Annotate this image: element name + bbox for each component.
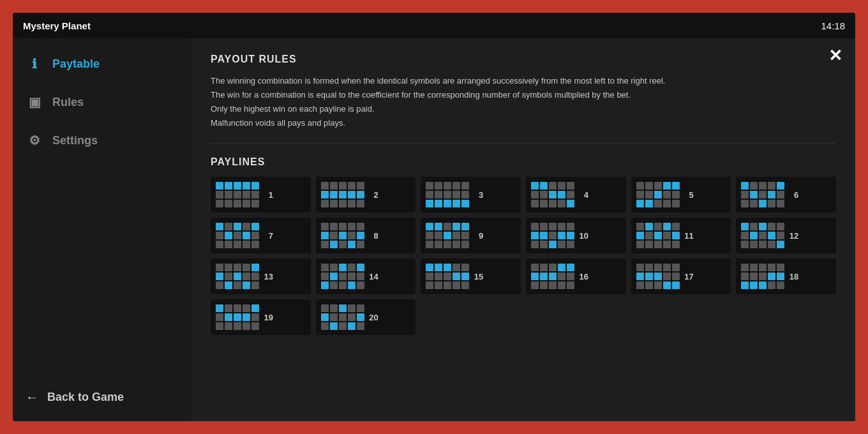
close-button[interactable]: ✕ [828, 47, 842, 64]
payline-cell [777, 182, 784, 190]
sidebar-label-paytable: Paytable [52, 57, 100, 71]
payline-cell [243, 304, 250, 312]
payline-card: 3 [421, 177, 521, 213]
payline-visual [426, 223, 469, 248]
payline-cell [645, 182, 653, 190]
payline-cell [777, 223, 784, 230]
payline-cell [234, 273, 241, 280]
payline-cell [768, 200, 775, 207]
payline-cell [321, 322, 329, 330]
payline-cell [558, 232, 565, 239]
payline-number: 20 [368, 313, 378, 322]
payline-cell [435, 200, 442, 207]
payline-cell [321, 191, 329, 198]
payline-cell [567, 182, 574, 190]
payline-cell [321, 304, 329, 312]
payline-cell [759, 273, 767, 280]
payline-cell [348, 241, 355, 248]
payline-cell [348, 313, 355, 321]
payline-cell [636, 232, 644, 239]
payline-cell [234, 241, 241, 248]
payline-cell [357, 304, 364, 312]
sidebar: ℹ Paytable ▣ Rules ⚙ Settings ← Back to … [13, 38, 191, 421]
payline-cell [531, 281, 539, 289]
back-to-game-button[interactable]: ← Back to Game [13, 380, 191, 415]
payline-card: 15 [421, 258, 521, 294]
payline-number: 7 [263, 231, 273, 241]
payline-cell [750, 232, 758, 239]
payline-visual [741, 223, 784, 248]
payline-cell [348, 273, 355, 280]
payline-cell [531, 273, 539, 280]
sidebar-item-paytable[interactable]: ℹ Paytable [13, 45, 191, 83]
payline-number: 10 [578, 231, 588, 241]
payline-cell [654, 232, 662, 239]
payline-cell [741, 273, 749, 280]
payline-cell [549, 200, 557, 207]
payline-cell [251, 241, 259, 248]
payline-cell [234, 264, 241, 271]
payline-cell [759, 200, 767, 207]
payline-card: 12 [736, 218, 836, 253]
payline-cell [759, 191, 767, 198]
payline-cell [234, 322, 241, 330]
payline-cell [225, 232, 232, 239]
payline-cell [426, 281, 433, 289]
payline-cell [567, 200, 574, 207]
payline-cell [330, 273, 338, 280]
payline-cell [759, 241, 767, 248]
payline-cell [636, 182, 644, 190]
payline-cell [225, 241, 232, 248]
payline-card: 6 [736, 177, 836, 213]
payline-card: 2 [316, 177, 416, 213]
payline-cell [750, 281, 758, 289]
payline-cell [348, 191, 355, 198]
payline-cell [558, 223, 565, 230]
payline-card: 14 [316, 258, 416, 294]
payline-card: 8 [316, 218, 416, 253]
payline-card: 7 [211, 218, 311, 253]
payline-cell [251, 191, 259, 198]
payline-cell [444, 191, 451, 198]
payline-cell [636, 241, 644, 248]
payline-cell [225, 182, 232, 190]
sidebar-item-settings[interactable]: ⚙ Settings [13, 121, 191, 160]
payline-cell [549, 223, 557, 230]
payline-number: 4 [578, 190, 588, 200]
payline-card: 13 [211, 258, 311, 294]
payline-cell [216, 313, 223, 321]
payline-cell [426, 273, 433, 280]
payline-cell [330, 232, 338, 239]
payline-cell [741, 191, 749, 198]
payout-rules-title: PAYOUT RULES [211, 54, 836, 65]
payline-cell [645, 191, 653, 198]
payline-cell [768, 264, 775, 271]
payline-cell [750, 264, 758, 271]
payline-visual [426, 264, 469, 289]
payline-cell [348, 223, 355, 230]
payline-cell [243, 232, 250, 239]
payline-cell [339, 322, 347, 330]
payline-cell [444, 232, 451, 239]
payline-cell [461, 191, 469, 198]
payline-cell [461, 273, 469, 280]
payline-cell [251, 223, 259, 230]
payline-cell [636, 273, 644, 280]
payline-number: 19 [263, 313, 273, 322]
payline-cell [348, 322, 355, 330]
payline-cell [540, 264, 548, 271]
payline-visual [216, 182, 259, 207]
sidebar-item-rules[interactable]: ▣ Rules [13, 83, 191, 121]
payline-cell [243, 281, 250, 289]
payline-cell [330, 281, 338, 289]
payline-card: 4 [526, 177, 626, 213]
payline-cell [654, 191, 662, 198]
payline-cell [330, 223, 338, 230]
main-area: ℹ Paytable ▣ Rules ⚙ Settings ← Back to … [13, 38, 855, 421]
payline-cell [330, 322, 338, 330]
payline-cell [759, 281, 767, 289]
payline-cell [531, 241, 539, 248]
payline-cell [768, 223, 775, 230]
paylines-grid: 1234567891011121314151617181920 [211, 177, 836, 335]
payline-cell [663, 264, 671, 271]
